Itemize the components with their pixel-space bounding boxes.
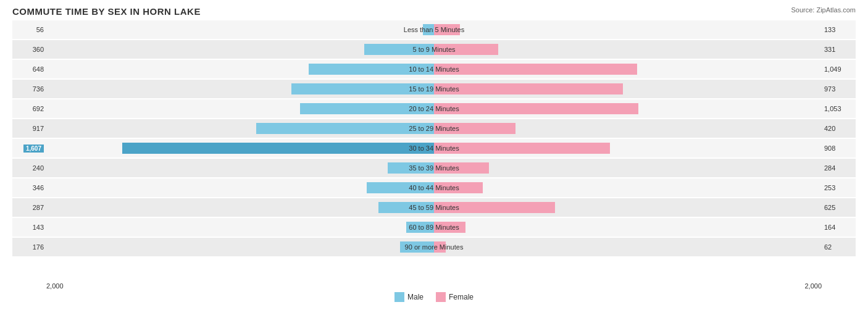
male-bar-wrap: [423, 23, 434, 36]
male-bar-wrap: [309, 62, 434, 76]
female-value: 625: [822, 204, 856, 211]
female-bar: [434, 123, 515, 134]
female-bar-wrap: [434, 161, 489, 175]
male-value: 176: [12, 243, 46, 251]
female-bar: [434, 44, 498, 55]
female-bar-wrap: [434, 240, 446, 254]
female-bar-wrap: [434, 43, 498, 56]
female-bar-wrap: [434, 141, 610, 155]
male-bar-wrap: [300, 102, 434, 115]
male-bar-wrap: [122, 141, 434, 155]
male-bar-wrap: [291, 82, 434, 96]
female-bar: [434, 241, 446, 253]
female-bar: [434, 202, 555, 213]
female-bar: [434, 64, 637, 75]
female-value: 133: [822, 26, 856, 33]
female-value: 420: [822, 125, 856, 132]
male-bar-wrap: [400, 240, 434, 254]
female-bar-wrap: [434, 201, 555, 214]
male-bar: [423, 24, 434, 35]
chart-row: 28745 to 59 Minutes625: [12, 198, 856, 217]
chart-row: 56Less than 5 Minutes133: [12, 20, 856, 39]
male-value: 143: [12, 224, 46, 231]
male-bar: [122, 143, 434, 154]
legend-female-label: Female: [449, 293, 474, 301]
female-bar: [434, 162, 489, 174]
male-bar: [378, 202, 434, 213]
female-value: 331: [822, 46, 856, 53]
legend-male-box: [394, 292, 404, 302]
female-value: 62: [822, 243, 856, 251]
chart-row: 17690 or more Minutes62: [12, 238, 856, 256]
male-bar-wrap: [364, 43, 434, 56]
bars-area: 45 to 59 Minutes: [46, 198, 822, 217]
female-bar: [434, 222, 465, 233]
bars-area: 15 to 19 Minutes: [46, 80, 822, 98]
axis-right-label: 2,000: [804, 282, 822, 290]
chart-row: 91725 to 29 Minutes420: [12, 119, 856, 138]
female-bar-wrap: [434, 23, 460, 36]
female-bar-wrap: [434, 181, 483, 195]
female-value: 164: [822, 224, 856, 231]
bars-area: 10 to 14 Minutes: [46, 60, 822, 78]
male-bar-wrap: [388, 161, 434, 175]
legend-male-label: Male: [407, 293, 424, 301]
male-bar-wrap: [406, 220, 434, 234]
female-bar: [434, 103, 638, 114]
male-value: 648: [12, 65, 46, 73]
female-bar: [434, 182, 483, 193]
female-bar-wrap: [434, 220, 465, 234]
legend: Male Female: [12, 292, 856, 302]
female-value: 1,053: [822, 105, 856, 112]
axis-bottom: 2,000 2,000: [12, 280, 856, 290]
bars-area: 60 to 89 Minutes: [46, 218, 822, 237]
male-value: 287: [12, 204, 46, 211]
bars-area: 40 to 44 Minutes: [46, 178, 822, 197]
male-bar: [291, 83, 434, 94]
male-value: 240: [12, 164, 46, 172]
chart-area: 56Less than 5 Minutes1333605 to 9 Minute…: [12, 20, 856, 280]
chart-container: COMMUTE TIME BY SEX IN HORN LAKE Source:…: [0, 0, 868, 323]
male-bar-wrap: [256, 122, 434, 135]
female-bar: [434, 83, 623, 94]
legend-male: Male: [394, 292, 424, 302]
female-value: 973: [822, 85, 856, 93]
male-bar: [364, 44, 434, 55]
bars-area: 30 to 34 Minutes: [46, 139, 822, 157]
bars-area: 20 to 24 Minutes: [46, 99, 822, 118]
legend-female: Female: [436, 292, 474, 302]
chart-row: 14360 to 89 Minutes164: [12, 218, 856, 237]
male-bar: [309, 64, 434, 75]
female-bar-wrap: [434, 122, 515, 135]
female-value: 1,049: [822, 65, 856, 73]
female-value: 253: [822, 184, 856, 191]
male-bar-wrap: [378, 201, 434, 214]
chart-row: 73615 to 19 Minutes973: [12, 80, 856, 98]
source-text: Source: ZipAtlas.com: [791, 6, 856, 14]
male-value: 917: [12, 125, 46, 132]
chart-row: 64810 to 14 Minutes1,049: [12, 60, 856, 78]
bars-area: 35 to 39 Minutes: [46, 159, 822, 177]
chart-row: 3605 to 9 Minutes331: [12, 40, 856, 59]
female-bar-wrap: [434, 82, 623, 96]
male-bar-wrap: [367, 181, 434, 195]
male-bar: [406, 222, 434, 233]
male-value: 736: [12, 85, 46, 93]
bars-area: Less than 5 Minutes: [46, 20, 822, 39]
male-value: 692: [12, 105, 46, 112]
female-bar: [434, 143, 610, 154]
male-bar: [367, 182, 434, 193]
female-value: 908: [822, 145, 856, 152]
chart-title: COMMUTE TIME BY SEX IN HORN LAKE: [12, 6, 856, 17]
bars-area: 25 to 29 Minutes: [46, 119, 822, 138]
chart-row: 34640 to 44 Minutes253: [12, 178, 856, 197]
bars-area: 90 or more Minutes: [46, 238, 822, 256]
male-bar: [256, 123, 434, 134]
male-bar: [300, 103, 434, 114]
female-bar: [434, 24, 460, 35]
male-value: 346: [12, 184, 46, 191]
chart-row: 24035 to 39 Minutes284: [12, 159, 856, 177]
female-bar-wrap: [434, 62, 637, 76]
male-value: 360: [12, 46, 46, 53]
axis-left-label: 2,000: [46, 282, 64, 290]
